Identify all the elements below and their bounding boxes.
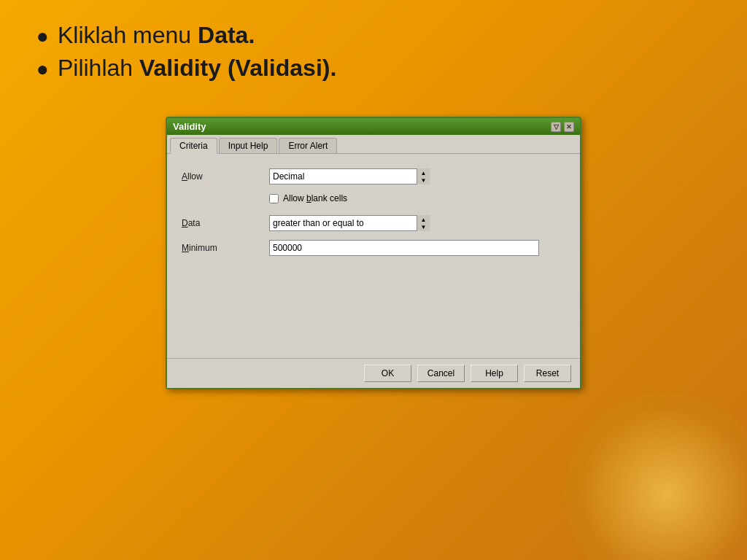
- bullet-dot-1: ●: [36, 25, 49, 48]
- allow-control: Decimal Integer Date Time Text Length Li…: [269, 168, 430, 184]
- bullet-2: ● Pilihlah Validity (Validasi).: [36, 55, 711, 82]
- cancel-button[interactable]: Cancel: [417, 365, 465, 382]
- data-select[interactable]: greater than or equal to less than or eq…: [269, 215, 430, 231]
- bullet-text-1: Kliklah menu Data.: [58, 22, 255, 49]
- bullet-dot-2: ●: [36, 58, 49, 81]
- titlebar-icons: ▽ ✕: [551, 122, 574, 132]
- data-control: greater than or equal to less than or eq…: [269, 215, 430, 231]
- allow-label: Allow: [182, 171, 269, 182]
- tab-criteria[interactable]: Criteria: [170, 138, 217, 154]
- tab-bar: Criteria Input Help Error Alert: [167, 135, 580, 154]
- reset-button[interactable]: Reset: [524, 365, 571, 382]
- minimum-control: [269, 240, 539, 256]
- allow-select[interactable]: Decimal Integer Date Time Text Length Li…: [269, 168, 430, 184]
- dialog-wrapper: Validity ▽ ✕ Criteria Input Help Error A…: [0, 117, 747, 389]
- tab-error-alert[interactable]: Error Alert: [279, 138, 337, 153]
- dialog-title: Validity: [173, 121, 206, 132]
- blank-cells-checkbox[interactable]: [269, 194, 279, 203]
- close-button[interactable]: ✕: [564, 122, 574, 132]
- help-button[interactable]: Help: [471, 365, 518, 382]
- dialog-body: Allow Decimal Integer Date Time Text Len…: [167, 154, 580, 358]
- dialog-titlebar: Validity ▽ ✕: [167, 118, 580, 135]
- data-select-wrapper: greater than or equal to less than or eq…: [269, 215, 430, 231]
- minimum-input[interactable]: [269, 240, 539, 256]
- dialog-footer: OK Cancel Help Reset: [167, 358, 580, 388]
- allow-select-wrapper: Decimal Integer Date Time Text Length Li…: [269, 168, 430, 184]
- ok-button[interactable]: OK: [364, 365, 411, 382]
- allow-row: Allow Decimal Integer Date Time Text Len…: [182, 168, 565, 184]
- minimum-row: Minimum: [182, 240, 565, 256]
- bullet-1: ● Kliklah menu Data.: [36, 22, 711, 49]
- data-row: Data greater than or equal to less than …: [182, 215, 565, 231]
- tab-input-help[interactable]: Input Help: [219, 138, 278, 153]
- minimum-label: Minimum: [182, 243, 269, 253]
- minimize-button[interactable]: ▽: [551, 122, 561, 132]
- blank-cells-label: Allow blank cells: [283, 193, 347, 203]
- data-label: Data: [182, 218, 269, 228]
- bullet-text-2: Pilihlah Validity (Validasi).: [58, 55, 336, 82]
- blank-cells-row: Allow blank cells: [269, 193, 565, 203]
- validity-dialog: Validity ▽ ✕ Criteria Input Help Error A…: [166, 117, 581, 389]
